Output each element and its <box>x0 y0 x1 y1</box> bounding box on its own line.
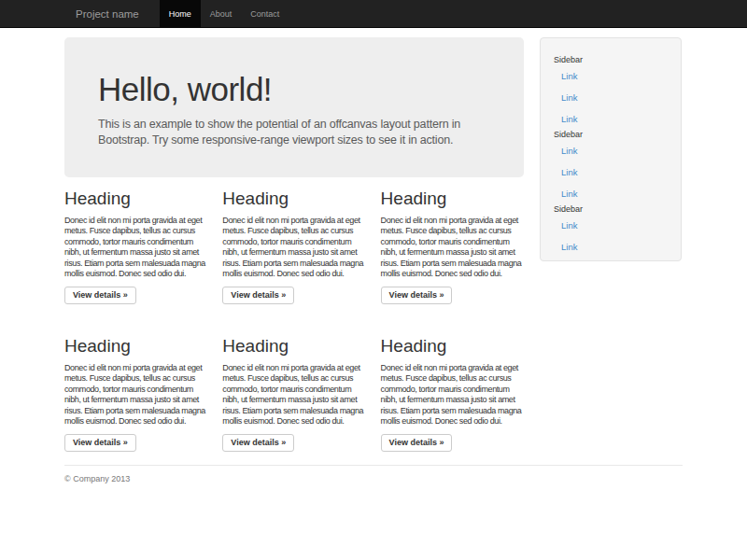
card-heading: Heading <box>222 189 365 209</box>
top-navbar: Project name Home About Contact <box>0 0 747 28</box>
sidebar-link[interactable]: Link <box>561 236 673 258</box>
sidebar-link[interactable]: Link <box>561 108 673 130</box>
card-body-text: Donec id elit non mi porta gravida at eg… <box>381 363 524 427</box>
cards-row-1: Heading Donec id elit non mi porta gravi… <box>64 177 524 304</box>
card-6: Heading Donec id elit non mi porta gravi… <box>381 325 524 452</box>
nav-item-contact[interactable]: Contact <box>241 0 289 27</box>
card-body-text: Donec id elit non mi porta gravida at eg… <box>222 363 365 427</box>
page-container: Hello, world! This is an example to show… <box>64 28 683 483</box>
card-body-text: Donec id elit non mi porta gravida at eg… <box>64 363 207 427</box>
view-details-button[interactable]: View details » <box>381 434 453 452</box>
navbar-container: Project name Home About Contact <box>64 0 683 27</box>
sidebar-link[interactable]: Link <box>561 65 673 87</box>
view-details-button[interactable]: View details » <box>381 287 453 304</box>
card-1: Heading Donec id elit non mi porta gravi… <box>64 177 207 304</box>
view-details-button[interactable]: View details » <box>222 287 294 304</box>
jumbotron: Hello, world! This is an example to show… <box>64 37 524 177</box>
view-details-button[interactable]: View details » <box>64 434 136 452</box>
sidebar-group-3: Sidebar Link Link <box>554 204 673 258</box>
navbar-menu: Home About Contact <box>160 0 289 27</box>
content-row: Hello, world! This is an example to show… <box>64 28 683 452</box>
copyright-text: © Company 2013 <box>64 474 683 483</box>
sidebar-group-1: Sidebar Link Link Link <box>554 55 673 130</box>
view-details-button[interactable]: View details » <box>222 434 294 452</box>
page-title: Hello, world! <box>98 72 490 108</box>
card-5: Heading Donec id elit non mi porta gravi… <box>222 325 365 452</box>
jumbotron-description: This is an example to show the potential… <box>98 117 490 149</box>
page-footer: © Company 2013 <box>64 465 683 483</box>
card-heading: Heading <box>381 189 524 209</box>
sidebar-group-2: Sidebar Link Link Link <box>554 130 673 204</box>
cards-row-2: Heading Donec id elit non mi porta gravi… <box>64 325 524 452</box>
main-column: Hello, world! This is an example to show… <box>64 28 524 452</box>
view-details-button[interactable]: View details » <box>64 287 136 304</box>
card-4: Heading Donec id elit non mi porta gravi… <box>64 325 207 452</box>
sidebar-group-title: Sidebar <box>554 204 673 215</box>
card-heading: Heading <box>64 336 207 357</box>
sidebar-link[interactable]: Link <box>561 161 673 183</box>
nav-item-about[interactable]: About <box>201 0 242 27</box>
card-heading: Heading <box>222 336 365 357</box>
sidebar-group-title: Sidebar <box>554 130 673 140</box>
sidebar-link[interactable]: Link <box>561 215 673 236</box>
card-3: Heading Donec id elit non mi porta gravi… <box>381 177 524 304</box>
card-2: Heading Donec id elit non mi porta gravi… <box>222 177 365 304</box>
sidebar-link[interactable]: Link <box>561 87 673 108</box>
sidebar: Sidebar Link Link Link Sidebar Link Link… <box>540 37 682 261</box>
card-heading: Heading <box>64 189 207 209</box>
card-heading: Heading <box>381 336 524 357</box>
card-body-text: Donec id elit non mi porta gravida at eg… <box>381 216 524 280</box>
navbar-brand[interactable]: Project name <box>64 0 150 27</box>
nav-item-home[interactable]: Home <box>160 0 201 27</box>
sidebar-group-title: Sidebar <box>554 55 673 65</box>
sidebar-link[interactable]: Link <box>561 140 673 161</box>
card-body-text: Donec id elit non mi porta gravida at eg… <box>64 216 207 280</box>
sidebar-link[interactable]: Link <box>561 183 673 204</box>
card-body-text: Donec id elit non mi porta gravida at eg… <box>222 216 365 280</box>
